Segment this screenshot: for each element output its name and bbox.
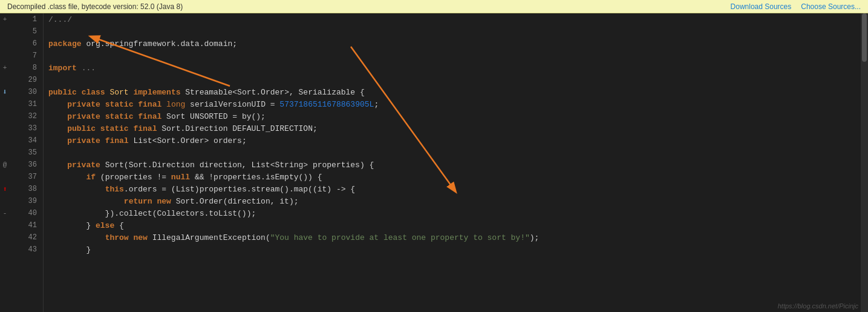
gutter-row: ⬆38 <box>0 183 43 195</box>
code-line <box>48 74 861 86</box>
notification-actions: Download Sources Choose Sources... <box>731 2 861 11</box>
line-number: 41 <box>10 221 41 230</box>
gutter-row: -40 <box>0 207 43 219</box>
gutter-icon: @ <box>0 159 10 171</box>
code-line: this.orders = (List)properties.stream().… <box>48 183 861 195</box>
code-line: }).collect(Collectors.toList()); <box>48 207 861 219</box>
gutter-icon: ⬇ <box>0 86 10 98</box>
code-line: package org.springframework.data.domain; <box>48 38 861 50</box>
gutter-row: 31 <box>0 98 43 110</box>
line-number: 33 <box>10 124 41 133</box>
line-number: 35 <box>10 148 41 157</box>
line-number: 37 <box>10 173 41 181</box>
line-number: 8 <box>10 64 41 72</box>
gutter-icon <box>0 110 10 122</box>
gutter-row: 35 <box>0 147 43 159</box>
gutter-icon: ⬆ <box>0 183 10 195</box>
code-line: throw new IllegalArgumentException("You … <box>48 231 861 244</box>
gutter-icon <box>0 171 10 183</box>
watermark: https://blog.csdn.net/Picinjc <box>778 302 858 310</box>
gutter: +1567+829⬇303132333435@3637⬆3839-4041424… <box>0 13 44 312</box>
line-number: 29 <box>10 76 41 84</box>
line-number: 42 <box>10 233 41 242</box>
line-number: 30 <box>10 88 41 96</box>
code-line: return new Sort.Order(direction, it); <box>48 195 861 207</box>
line-number: 1 <box>10 15 41 24</box>
gutter-row: 43 <box>0 244 43 256</box>
gutter-icon <box>0 231 10 244</box>
gutter-row: 7 <box>0 50 43 62</box>
gutter-icon <box>0 219 10 231</box>
line-number: 39 <box>10 197 41 205</box>
gutter-icon: + <box>0 62 10 74</box>
gutter-row: 5 <box>0 25 43 38</box>
gutter-row: 37 <box>0 171 43 183</box>
line-number: 38 <box>10 185 41 193</box>
code-line <box>48 50 861 62</box>
gutter-row: 42 <box>0 231 43 244</box>
notification-bar: Decompiled .class file, bytecode version… <box>0 0 868 13</box>
line-number: 32 <box>10 112 41 121</box>
gutter-icon <box>0 98 10 110</box>
gutter-icon <box>0 122 10 134</box>
gutter-icon <box>0 38 10 50</box>
code-line <box>48 147 861 159</box>
gutter-icon <box>0 50 10 62</box>
notification-text: Decompiled .class file, bytecode version… <box>7 2 183 11</box>
code-line: private static final Sort UNSORTED = by(… <box>48 110 861 122</box>
gutter-icon <box>0 147 10 159</box>
line-number: 34 <box>10 136 41 145</box>
code-line: public static final Sort.Direction DEFAU… <box>48 122 861 134</box>
editor-container: +1567+829⬇303132333435@3637⬆3839-4041424… <box>0 13 868 312</box>
gutter-row: 34 <box>0 134 43 147</box>
gutter-icon <box>0 74 10 86</box>
line-number: 36 <box>10 161 41 169</box>
gutter-row: 33 <box>0 122 43 134</box>
code-line: if (properties != null && !properties.is… <box>48 171 861 183</box>
line-number: 7 <box>10 51 41 60</box>
gutter-row: ⬇30 <box>0 86 43 98</box>
gutter-icon: + <box>0 13 10 25</box>
gutter-icon <box>0 134 10 147</box>
line-number: 31 <box>10 100 41 108</box>
code-line: private static final long serialVersionU… <box>48 98 861 110</box>
gutter-icon: - <box>0 207 10 219</box>
line-number: 5 <box>10 27 41 36</box>
gutter-row: 39 <box>0 195 43 207</box>
code-line <box>48 25 861 38</box>
gutter-icon <box>0 195 10 207</box>
code-line: import ... <box>48 62 861 74</box>
code-line: } else { <box>48 219 861 231</box>
gutter-row: 41 <box>0 219 43 231</box>
gutter-row: 29 <box>0 74 43 86</box>
scrollbar-thumb[interactable] <box>862 13 867 62</box>
code-line: private Sort(Sort.Direction direction, L… <box>48 159 861 171</box>
code-line: private final List<Sort.Order> orders; <box>48 134 861 147</box>
gutter-icon <box>0 244 10 256</box>
gutter-icon <box>0 25 10 38</box>
gutter-row: 6 <box>0 38 43 50</box>
line-number: 40 <box>10 209 41 217</box>
line-number: 6 <box>10 39 41 48</box>
code-area[interactable]: /.../ package org.springframework.data.d… <box>44 13 861 312</box>
gutter-row: 32 <box>0 110 43 122</box>
scrollbar[interactable] <box>861 13 868 312</box>
code-line: public class Sort implements Streamable<… <box>48 86 861 98</box>
line-number: 43 <box>10 245 41 254</box>
code-line: /.../ <box>48 13 861 25</box>
gutter-row: @36 <box>0 159 43 171</box>
choose-sources-link[interactable]: Choose Sources... <box>801 2 861 11</box>
download-sources-link[interactable]: Download Sources <box>731 2 792 11</box>
gutter-row: +8 <box>0 62 43 74</box>
gutter-row: +1 <box>0 13 43 25</box>
code-line: } <box>48 244 861 256</box>
